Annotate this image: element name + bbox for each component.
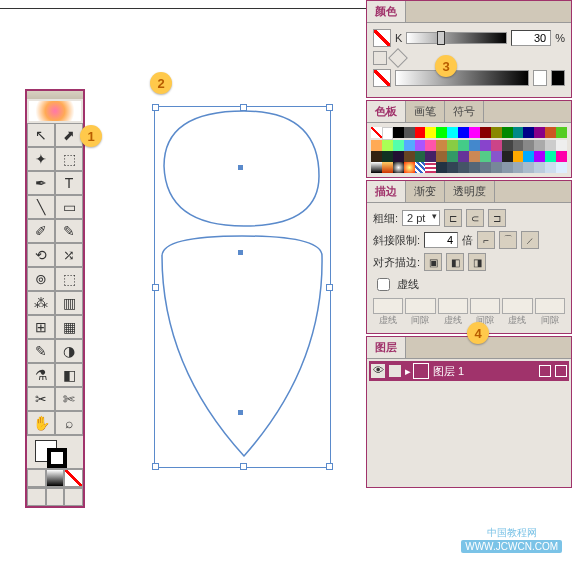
scissors-tool[interactable]: ✄ (55, 387, 83, 411)
swatches-panel: 色板 画笔 符号 (366, 100, 572, 178)
selection-tool[interactable]: ↖ (27, 123, 55, 147)
watermark: 中国教程网 WWW.JCWCN.COM (461, 526, 562, 553)
cube-icon[interactable] (373, 51, 387, 65)
layer-name[interactable]: 图层 1 (433, 364, 464, 379)
black-swatch[interactable] (551, 70, 565, 86)
layer-color-icon (413, 363, 429, 379)
rotate-tool[interactable]: ⟲ (27, 243, 55, 267)
live-paint-select-tool[interactable]: ◧ (55, 363, 83, 387)
badge-3: 3 (435, 55, 457, 77)
none-swatch[interactable] (373, 69, 391, 87)
target-icon[interactable] (539, 365, 551, 377)
rectangle-tool[interactable]: ▭ (55, 195, 83, 219)
stroke-tab[interactable]: 描边 (367, 181, 406, 202)
graph-tool[interactable]: ▥ (55, 291, 83, 315)
line-tool[interactable]: ╲ (27, 195, 55, 219)
hand-tool[interactable]: ✋ (27, 411, 55, 435)
spectrum-bar[interactable] (395, 70, 529, 86)
gradient-tab[interactable]: 渐变 (406, 181, 445, 202)
fill-stroke-control[interactable] (27, 435, 83, 468)
miter-input[interactable] (424, 232, 458, 248)
align-inside-icon[interactable]: ◧ (446, 253, 464, 271)
weight-dropdown[interactable]: 2 pt (402, 210, 440, 226)
color-tab[interactable]: 颜色 (367, 1, 406, 22)
stroke-swatch[interactable] (47, 448, 67, 468)
blend-tool[interactable]: ◑ (55, 339, 83, 363)
align-center-icon[interactable]: ▣ (424, 253, 442, 271)
screen-mode-full[interactable] (64, 488, 83, 506)
warp-tool[interactable]: ⊚ (27, 267, 55, 291)
brushes-tab[interactable]: 画笔 (406, 101, 445, 122)
screen-mode-full-menu[interactable] (46, 488, 65, 506)
align-outside-icon[interactable]: ◨ (468, 253, 486, 271)
visibility-icon[interactable]: 👁 (371, 364, 385, 378)
symbols-tab[interactable]: 符号 (445, 101, 484, 122)
align-label: 对齐描边: (373, 255, 420, 270)
dashed-checkbox[interactable] (377, 278, 390, 291)
badge-1: 1 (80, 125, 102, 147)
layers-panel: 图层 👁 ▸ 图层 1 (366, 336, 572, 488)
k-input[interactable] (511, 30, 551, 46)
transparency-tab[interactable]: 透明度 (445, 181, 495, 202)
badge-4: 4 (467, 322, 489, 344)
join-round-icon[interactable]: ⌒ (499, 231, 517, 249)
gradient-tool[interactable]: ▦ (55, 315, 83, 339)
layer-row[interactable]: 👁 ▸ 图层 1 (369, 361, 569, 381)
select-indicator-icon (555, 365, 567, 377)
weight-label: 粗细: (373, 211, 398, 226)
web-safe-icon[interactable] (388, 48, 408, 68)
zoom-tool[interactable]: ⌕ (55, 411, 83, 435)
miter-unit: 倍 (462, 233, 473, 248)
color-panel: 颜色 K % (366, 0, 572, 98)
none-mode[interactable] (64, 469, 83, 487)
join-miter-icon[interactable]: ⌐ (477, 231, 495, 249)
cap-square-icon[interactable]: ⊐ (488, 209, 506, 227)
white-swatch[interactable] (533, 70, 547, 86)
swatches-tab[interactable]: 色板 (367, 101, 406, 122)
mesh-tool[interactable]: ⊞ (27, 315, 55, 339)
toolbox-logo (29, 101, 81, 121)
magic-wand-tool[interactable]: ✦ (27, 147, 55, 171)
badge-2: 2 (150, 72, 172, 94)
stroke-panel: 描边 渐变 透明度 粗细: 2 pt ⊏ ⊂ ⊐ 斜接限制: 倍 ⌐ ⌒ ⟋ 对… (366, 180, 572, 334)
color-mode[interactable] (27, 469, 46, 487)
cap-butt-icon[interactable]: ⊏ (444, 209, 462, 227)
reflect-tool[interactable]: ⤮ (55, 243, 83, 267)
paintbrush-tool[interactable]: ✐ (27, 219, 55, 243)
screen-mode-normal[interactable] (27, 488, 46, 506)
pencil-tool[interactable]: ✎ (55, 219, 83, 243)
type-tool[interactable]: T (55, 171, 83, 195)
live-paint-tool[interactable]: ⚗ (27, 363, 55, 387)
dash-inputs[interactable] (373, 298, 565, 314)
eyedropper-tool[interactable]: ✎ (27, 339, 55, 363)
layers-tab[interactable]: 图层 (367, 337, 406, 358)
pen-tool[interactable]: ✒ (27, 171, 55, 195)
lock-slot[interactable] (389, 365, 401, 377)
swatch-grid[interactable] (371, 127, 567, 173)
slice-tool[interactable]: ✂ (27, 387, 55, 411)
direct-select-tool[interactable]: ⬈ (55, 123, 83, 147)
cap-round-icon[interactable]: ⊂ (466, 209, 484, 227)
canvas[interactable] (110, 20, 370, 550)
fill-proxy-icon[interactable] (373, 29, 391, 47)
join-bevel-icon[interactable]: ⟋ (521, 231, 539, 249)
toolbox-grip[interactable] (27, 91, 83, 99)
symbol-sprayer-tool[interactable]: ⁂ (27, 291, 55, 315)
percent-label: % (555, 32, 565, 44)
channel-label: K (395, 32, 402, 44)
gradient-mode[interactable] (46, 469, 65, 487)
toolbox: ↖ ⬈ ✦ ⬚ ✒ T ╲ ▭ ✐ ✎ ⟲ ⤮ ⊚ ⬚ ⁂ ▥ ⊞ ▦ ✎ ◑ … (25, 89, 85, 508)
miter-label: 斜接限制: (373, 233, 420, 248)
free-transform-tool[interactable]: ⬚ (55, 267, 83, 291)
lasso-tool[interactable]: ⬚ (55, 147, 83, 171)
k-slider[interactable] (406, 32, 507, 44)
dashed-label: 虚线 (397, 277, 419, 292)
